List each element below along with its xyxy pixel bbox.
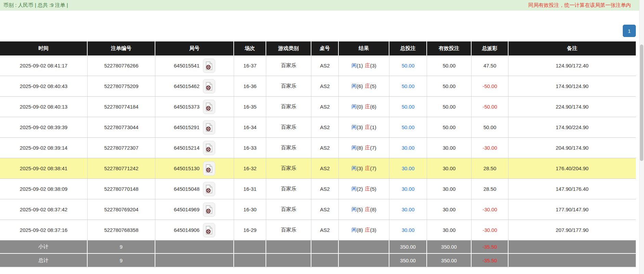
cell-remark: 124.90/172.40: [508, 55, 636, 76]
header-col-table-no: 桌号: [311, 41, 339, 55]
banker-score: (6): [370, 104, 376, 110]
cell-remark: 224.90/174.90: [508, 97, 636, 117]
total-bet-value: 50.00: [402, 63, 415, 68]
total-row-empty: [311, 254, 339, 267]
banker-label: 庄: [365, 206, 370, 213]
cell-table-no: AS2: [311, 158, 339, 178]
cell-session: 16-30: [234, 199, 266, 220]
banker-score: (1): [370, 124, 376, 130]
banker-score: (3): [370, 227, 376, 233]
cell-game-type: 百家乐: [266, 117, 311, 137]
total-row-label: 总计: [0, 254, 88, 267]
round-no-text: 645015048: [174, 186, 199, 192]
currency-summary-text: 币别 : 人民币 | 总共 :9 注单 |: [3, 2, 68, 9]
video-file-icon: [205, 123, 213, 132]
subtotal-row-valid-bet: 350.00: [427, 240, 472, 253]
cell-game-type: 百家乐: [266, 199, 311, 220]
cell-bet-no: 522780773044: [88, 117, 155, 137]
cell-valid-bet: 30.00: [427, 138, 472, 158]
payout-value: -30.00: [482, 227, 497, 233]
table-row: 2025-09-02 08:40:13522780774184645015373…: [0, 97, 636, 117]
cell-round-no: 645015462: [155, 76, 234, 96]
pagination-page-1-button[interactable]: 1: [623, 25, 636, 37]
total-bet-value: 30.00: [402, 227, 415, 233]
payout-value: -50.00: [482, 83, 497, 89]
cell-valid-bet: 50.00: [427, 97, 472, 117]
banker-score: (5): [370, 186, 376, 192]
banker-score: (7): [370, 165, 376, 171]
cell-result: 闲(1)庄(3): [339, 55, 389, 76]
player-score: (8): [357, 145, 363, 151]
cell-bet-no: 522780770148: [88, 179, 155, 199]
table-row: 2025-09-02 08:39:39522780773044645015291…: [0, 117, 636, 138]
total-row-empty: [266, 254, 311, 267]
total-bet-value: 30.00: [402, 207, 415, 212]
cell-valid-bet: 30.00: [427, 158, 472, 178]
player-label: 闲: [351, 206, 357, 213]
cell-bet-no: 522780769204: [88, 199, 155, 220]
table-row: 2025-09-02 08:37:16522780768358645014906…: [0, 220, 636, 240]
video-file-icon: [205, 102, 213, 111]
table-row: 2025-09-02 08:41:17522780776266645015541…: [0, 55, 636, 76]
subtotal-row-payout: -35.50: [472, 240, 508, 253]
video-icon-button[interactable]: [203, 79, 215, 94]
table-row: 2025-09-02 08:38:41522780771242645015130…: [0, 158, 636, 179]
vertical-scrollbar[interactable]: [639, 0, 644, 274]
cell-game-type: 百家乐: [266, 158, 311, 178]
total-row-empty-remark: [508, 254, 636, 267]
payout-value: 28.50: [484, 186, 497, 192]
cell-game-type: 百家乐: [266, 55, 311, 76]
video-icon-button[interactable]: [203, 161, 215, 176]
video-file-icon: [205, 144, 213, 152]
video-icon-button[interactable]: [203, 202, 215, 217]
cell-valid-bet: 30.00: [427, 179, 472, 199]
video-file-icon: [205, 205, 213, 214]
cell-remark: 174.90/124.90: [508, 76, 636, 96]
cell-time: 2025-09-02 08:40:43: [0, 76, 88, 96]
banker-label: 庄: [365, 165, 370, 172]
cell-payout: 28.50: [472, 158, 508, 178]
header-col-result: 结果: [339, 41, 389, 55]
round-no-text: 645014906: [174, 227, 199, 233]
banker-label: 庄: [365, 186, 370, 192]
cell-result: 闲(5)庄(8): [339, 199, 389, 220]
cell-total-bet: 50.00: [389, 55, 427, 76]
total-bet-value: 30.00: [402, 165, 415, 171]
video-icon-button[interactable]: [203, 182, 215, 196]
cell-session: 16-33: [234, 138, 266, 158]
cell-remark: 207.90/177.90: [508, 220, 636, 240]
cell-total-bet: 30.00: [389, 199, 427, 220]
video-file-icon: [205, 82, 213, 91]
video-icon-button[interactable]: [203, 120, 215, 135]
cell-total-bet: 30.00: [389, 220, 427, 240]
total-bet-value: 50.00: [402, 104, 415, 110]
cell-result: 闲(3)庄(7): [339, 158, 389, 178]
player-label: 闲: [351, 227, 357, 233]
cell-payout: 28.50: [472, 179, 508, 199]
cell-round-no: 645015373: [155, 97, 234, 117]
cell-result: 闲(3)庄(1): [339, 117, 389, 137]
video-icon-button[interactable]: [203, 223, 215, 237]
table-row: 2025-09-02 08:39:14522780772307645015214…: [0, 138, 636, 158]
round-no-text: 645015130: [174, 165, 199, 171]
header-col-game-type: 游戏类别: [266, 41, 311, 55]
scrollbar-thumb[interactable]: [640, 45, 643, 161]
video-icon-button[interactable]: [203, 100, 215, 114]
cell-result: 闲(8)庄(7): [339, 138, 389, 158]
cell-session: 16-29: [234, 220, 266, 240]
table-body: 2025-09-02 08:41:17522780776266645015541…: [0, 55, 636, 240]
cell-game-type: 百家乐: [266, 76, 311, 96]
video-icon-button[interactable]: [203, 59, 215, 73]
cell-payout: -30.00: [472, 138, 508, 158]
cell-game-type: 百家乐: [266, 138, 311, 158]
subtotal-row-total-bet: 350.00: [389, 240, 427, 253]
total-bet-value: 50.00: [402, 124, 415, 130]
round-no-text: 645015291: [174, 124, 199, 130]
round-no-text: 645014969: [174, 207, 199, 212]
cell-payout: -50.00: [472, 97, 508, 117]
cell-game-type: 百家乐: [266, 179, 311, 199]
player-label: 闲: [351, 83, 357, 89]
cell-round-no: 645015214: [155, 138, 234, 158]
video-icon-button[interactable]: [203, 141, 215, 155]
total-row-count: 9: [88, 254, 155, 267]
